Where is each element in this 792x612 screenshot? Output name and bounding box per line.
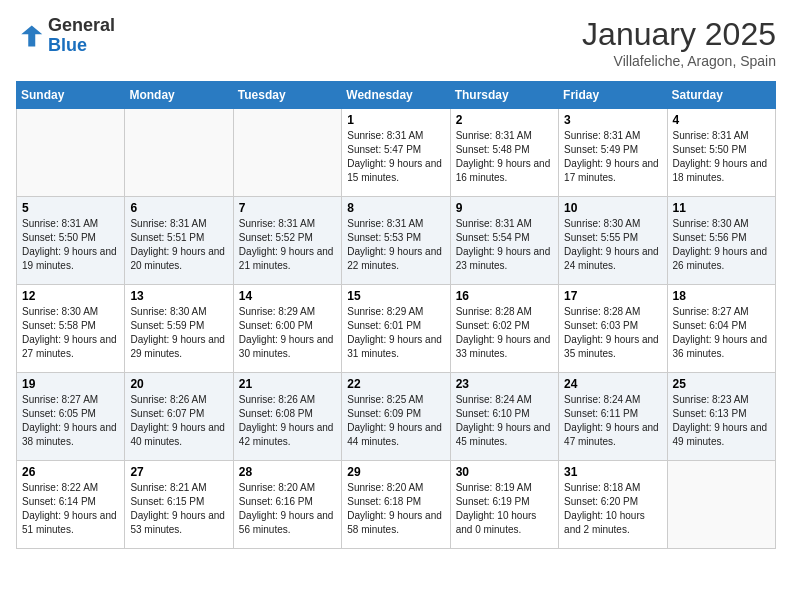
day-info: Sunrise: 8:27 AMSunset: 6:04 PMDaylight:…: [673, 305, 770, 361]
calendar-header-row: SundayMondayTuesdayWednesdayThursdayFrid…: [17, 82, 776, 109]
day-number: 5: [22, 201, 119, 215]
calendar-day-cell: 15Sunrise: 8:29 AMSunset: 6:01 PMDayligh…: [342, 285, 450, 373]
day-number: 31: [564, 465, 661, 479]
calendar-day-cell: 7Sunrise: 8:31 AMSunset: 5:52 PMDaylight…: [233, 197, 341, 285]
day-number: 13: [130, 289, 227, 303]
day-number: 21: [239, 377, 336, 391]
day-info: Sunrise: 8:30 AMSunset: 5:59 PMDaylight:…: [130, 305, 227, 361]
calendar-day-cell: 3Sunrise: 8:31 AMSunset: 5:49 PMDaylight…: [559, 109, 667, 197]
day-number: 16: [456, 289, 553, 303]
calendar-day-cell: 29Sunrise: 8:20 AMSunset: 6:18 PMDayligh…: [342, 461, 450, 549]
day-of-week-header: Wednesday: [342, 82, 450, 109]
calendar-day-cell: 4Sunrise: 8:31 AMSunset: 5:50 PMDaylight…: [667, 109, 775, 197]
day-of-week-header: Tuesday: [233, 82, 341, 109]
calendar-day-cell: [233, 109, 341, 197]
calendar-day-cell: 17Sunrise: 8:28 AMSunset: 6:03 PMDayligh…: [559, 285, 667, 373]
day-of-week-header: Monday: [125, 82, 233, 109]
day-info: Sunrise: 8:19 AMSunset: 6:19 PMDaylight:…: [456, 481, 553, 537]
calendar-day-cell: 23Sunrise: 8:24 AMSunset: 6:10 PMDayligh…: [450, 373, 558, 461]
day-info: Sunrise: 8:28 AMSunset: 6:03 PMDaylight:…: [564, 305, 661, 361]
calendar-week-row: 19Sunrise: 8:27 AMSunset: 6:05 PMDayligh…: [17, 373, 776, 461]
logo-general: General: [48, 16, 115, 36]
calendar-day-cell: 2Sunrise: 8:31 AMSunset: 5:48 PMDaylight…: [450, 109, 558, 197]
day-info: Sunrise: 8:23 AMSunset: 6:13 PMDaylight:…: [673, 393, 770, 449]
calendar-day-cell: 1Sunrise: 8:31 AMSunset: 5:47 PMDaylight…: [342, 109, 450, 197]
calendar-table: SundayMondayTuesdayWednesdayThursdayFrid…: [16, 81, 776, 549]
calendar-week-row: 26Sunrise: 8:22 AMSunset: 6:14 PMDayligh…: [17, 461, 776, 549]
day-info: Sunrise: 8:31 AMSunset: 5:48 PMDaylight:…: [456, 129, 553, 185]
day-info: Sunrise: 8:31 AMSunset: 5:51 PMDaylight:…: [130, 217, 227, 273]
day-info: Sunrise: 8:25 AMSunset: 6:09 PMDaylight:…: [347, 393, 444, 449]
day-of-week-header: Thursday: [450, 82, 558, 109]
day-info: Sunrise: 8:31 AMSunset: 5:50 PMDaylight:…: [22, 217, 119, 273]
day-info: Sunrise: 8:31 AMSunset: 5:49 PMDaylight:…: [564, 129, 661, 185]
day-number: 22: [347, 377, 444, 391]
day-number: 29: [347, 465, 444, 479]
calendar-week-row: 12Sunrise: 8:30 AMSunset: 5:58 PMDayligh…: [17, 285, 776, 373]
calendar-day-cell: 20Sunrise: 8:26 AMSunset: 6:07 PMDayligh…: [125, 373, 233, 461]
day-info: Sunrise: 8:29 AMSunset: 6:00 PMDaylight:…: [239, 305, 336, 361]
day-number: 23: [456, 377, 553, 391]
calendar-day-cell: 8Sunrise: 8:31 AMSunset: 5:53 PMDaylight…: [342, 197, 450, 285]
calendar-day-cell: 10Sunrise: 8:30 AMSunset: 5:55 PMDayligh…: [559, 197, 667, 285]
day-number: 4: [673, 113, 770, 127]
day-number: 24: [564, 377, 661, 391]
day-number: 18: [673, 289, 770, 303]
day-info: Sunrise: 8:18 AMSunset: 6:20 PMDaylight:…: [564, 481, 661, 537]
calendar-day-cell: 16Sunrise: 8:28 AMSunset: 6:02 PMDayligh…: [450, 285, 558, 373]
svg-marker-0: [21, 25, 42, 46]
day-number: 30: [456, 465, 553, 479]
day-number: 11: [673, 201, 770, 215]
day-info: Sunrise: 8:31 AMSunset: 5:50 PMDaylight:…: [673, 129, 770, 185]
day-of-week-header: Saturday: [667, 82, 775, 109]
day-info: Sunrise: 8:30 AMSunset: 5:55 PMDaylight:…: [564, 217, 661, 273]
day-info: Sunrise: 8:26 AMSunset: 6:08 PMDaylight:…: [239, 393, 336, 449]
calendar-day-cell: 18Sunrise: 8:27 AMSunset: 6:04 PMDayligh…: [667, 285, 775, 373]
calendar-day-cell: 24Sunrise: 8:24 AMSunset: 6:11 PMDayligh…: [559, 373, 667, 461]
calendar-day-cell: 9Sunrise: 8:31 AMSunset: 5:54 PMDaylight…: [450, 197, 558, 285]
calendar-day-cell: [125, 109, 233, 197]
day-number: 17: [564, 289, 661, 303]
calendar-day-cell: 26Sunrise: 8:22 AMSunset: 6:14 PMDayligh…: [17, 461, 125, 549]
calendar-day-cell: 12Sunrise: 8:30 AMSunset: 5:58 PMDayligh…: [17, 285, 125, 373]
day-number: 6: [130, 201, 227, 215]
calendar-day-cell: 21Sunrise: 8:26 AMSunset: 6:08 PMDayligh…: [233, 373, 341, 461]
day-info: Sunrise: 8:28 AMSunset: 6:02 PMDaylight:…: [456, 305, 553, 361]
calendar-week-row: 1Sunrise: 8:31 AMSunset: 5:47 PMDaylight…: [17, 109, 776, 197]
day-info: Sunrise: 8:26 AMSunset: 6:07 PMDaylight:…: [130, 393, 227, 449]
day-info: Sunrise: 8:29 AMSunset: 6:01 PMDaylight:…: [347, 305, 444, 361]
logo-icon: [16, 22, 44, 50]
day-number: 28: [239, 465, 336, 479]
calendar-day-cell: [17, 109, 125, 197]
calendar-day-cell: 28Sunrise: 8:20 AMSunset: 6:16 PMDayligh…: [233, 461, 341, 549]
day-info: Sunrise: 8:31 AMSunset: 5:53 PMDaylight:…: [347, 217, 444, 273]
day-info: Sunrise: 8:21 AMSunset: 6:15 PMDaylight:…: [130, 481, 227, 537]
day-of-week-header: Sunday: [17, 82, 125, 109]
day-number: 9: [456, 201, 553, 215]
day-number: 26: [22, 465, 119, 479]
day-info: Sunrise: 8:24 AMSunset: 6:10 PMDaylight:…: [456, 393, 553, 449]
day-info: Sunrise: 8:31 AMSunset: 5:52 PMDaylight:…: [239, 217, 336, 273]
calendar-week-row: 5Sunrise: 8:31 AMSunset: 5:50 PMDaylight…: [17, 197, 776, 285]
day-number: 27: [130, 465, 227, 479]
day-number: 8: [347, 201, 444, 215]
day-info: Sunrise: 8:30 AMSunset: 5:58 PMDaylight:…: [22, 305, 119, 361]
calendar-day-cell: 13Sunrise: 8:30 AMSunset: 5:59 PMDayligh…: [125, 285, 233, 373]
day-number: 3: [564, 113, 661, 127]
month-title: January 2025: [582, 16, 776, 53]
logo-blue: Blue: [48, 36, 115, 56]
logo-text: General Blue: [48, 16, 115, 56]
day-number: 2: [456, 113, 553, 127]
page-header: General Blue January 2025 Villafeliche, …: [16, 16, 776, 69]
calendar-day-cell: 30Sunrise: 8:19 AMSunset: 6:19 PMDayligh…: [450, 461, 558, 549]
calendar-day-cell: 5Sunrise: 8:31 AMSunset: 5:50 PMDaylight…: [17, 197, 125, 285]
calendar-day-cell: 11Sunrise: 8:30 AMSunset: 5:56 PMDayligh…: [667, 197, 775, 285]
day-info: Sunrise: 8:30 AMSunset: 5:56 PMDaylight:…: [673, 217, 770, 273]
day-info: Sunrise: 8:22 AMSunset: 6:14 PMDaylight:…: [22, 481, 119, 537]
calendar-day-cell: 6Sunrise: 8:31 AMSunset: 5:51 PMDaylight…: [125, 197, 233, 285]
day-number: 10: [564, 201, 661, 215]
day-info: Sunrise: 8:31 AMSunset: 5:54 PMDaylight:…: [456, 217, 553, 273]
day-info: Sunrise: 8:20 AMSunset: 6:18 PMDaylight:…: [347, 481, 444, 537]
day-number: 12: [22, 289, 119, 303]
calendar-day-cell: 22Sunrise: 8:25 AMSunset: 6:09 PMDayligh…: [342, 373, 450, 461]
